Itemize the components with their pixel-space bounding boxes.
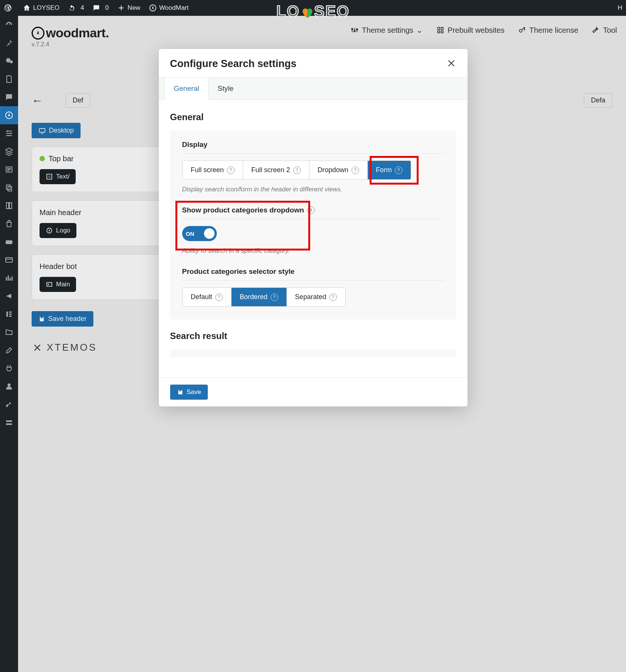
opt-bordered[interactable]: Bordered? [232, 288, 287, 306]
sidebar-media[interactable] [0, 52, 18, 70]
wp-sidebar [0, 16, 18, 672]
sidebar-pages[interactable] [0, 70, 18, 88]
opt-fullscreen[interactable]: Full screen? [183, 161, 243, 179]
help-icon[interactable]: ? [395, 166, 402, 174]
sidebar-layers[interactable] [0, 142, 18, 160]
woodmart-link[interactable]: WoodMart [149, 4, 189, 12]
sidebar-brush[interactable] [0, 341, 18, 359]
sidebar-card[interactable] [0, 251, 18, 269]
loyseo-watermark: LO SEO [276, 2, 350, 20]
sidebar-sliders[interactable] [0, 124, 18, 142]
svg-rect-12 [9, 314, 12, 315]
sidebar-comments[interactable] [0, 88, 18, 106]
sidebar-bag[interactable] [0, 215, 18, 233]
showcat-title: Show product categories dropdown? [182, 206, 444, 214]
display-hint: Display search icon/form in the header i… [182, 186, 444, 193]
sidebar-users[interactable] [0, 377, 18, 396]
help-icon[interactable]: ? [215, 293, 223, 301]
opt-dropdown[interactable]: Dropdown? [309, 161, 368, 179]
svg-point-3 [10, 133, 11, 134]
help-icon[interactable]: ? [293, 166, 301, 174]
sidebar-tools[interactable] [0, 396, 18, 414]
new-link[interactable]: New [117, 4, 140, 12]
sidebar-form[interactable] [0, 160, 18, 179]
opt-form[interactable]: Form? [368, 161, 411, 179]
svg-point-4 [8, 135, 9, 136]
sidebar-woodmart[interactable] [0, 106, 18, 124]
svg-rect-13 [9, 316, 12, 317]
svg-rect-15 [6, 420, 12, 422]
help-icon[interactable]: ? [352, 166, 359, 174]
opt-default[interactable]: Default? [183, 288, 232, 306]
comments-count: 0 [105, 4, 108, 12]
close-icon[interactable] [446, 58, 456, 70]
wp-logo[interactable] [4, 4, 14, 12]
modal-title: Configure Search settings [170, 58, 297, 70]
sidebar-elementor[interactable] [0, 305, 18, 323]
tab-general[interactable]: General [164, 77, 209, 100]
sidebar-book[interactable] [0, 197, 18, 215]
help-icon[interactable]: ? [271, 293, 278, 301]
display-title: Display [182, 141, 444, 149]
woodmart-label: WoodMart [159, 4, 189, 12]
modal-tabs: General Style [159, 77, 468, 100]
heart-icon [300, 5, 313, 18]
sidebar-woo[interactable] [0, 233, 18, 251]
svg-rect-11 [9, 312, 12, 313]
updates-count: 4 [81, 4, 84, 12]
svg-rect-8 [6, 240, 12, 244]
sidebar-settings[interactable] [0, 414, 18, 432]
admin-right-cut: H [618, 4, 622, 12]
home-link[interactable]: LOYSEO [23, 4, 59, 12]
sidebar-stats[interactable] [0, 269, 18, 287]
help-icon[interactable]: ? [307, 206, 315, 214]
tab-style[interactable]: Style [209, 78, 242, 99]
sidebar-copy[interactable] [0, 179, 18, 197]
selstyle-options: Default? Bordered? Separated? [182, 287, 346, 307]
opt-separated[interactable]: Separated? [287, 288, 345, 306]
opt-fullscreen2[interactable]: Full screen 2? [243, 161, 309, 179]
svg-rect-16 [6, 423, 12, 425]
new-label: New [128, 4, 140, 12]
comments-link[interactable]: 0 [92, 4, 108, 12]
selstyle-title: Product categories selector style [182, 267, 444, 276]
display-options: Full screen? Full screen 2? Dropdown? Fo… [182, 160, 411, 180]
section-general-heading: General [170, 112, 456, 122]
sidebar-files[interactable] [0, 323, 18, 341]
showcat-toggle[interactable]: ON [182, 226, 217, 241]
save-button[interactable]: Save [170, 385, 208, 400]
sidebar-pin[interactable] [0, 34, 18, 52]
svg-point-2 [7, 130, 8, 132]
sidebar-plugins[interactable] [0, 359, 18, 377]
section-result-heading: Search result [170, 331, 456, 341]
help-icon[interactable]: ? [329, 293, 337, 301]
updates-link[interactable]: 4 [68, 4, 84, 12]
svg-rect-10 [6, 312, 8, 317]
svg-rect-9 [6, 258, 12, 262]
result-card [170, 350, 456, 357]
general-card: Display Full screen? Full screen 2? Drop… [170, 131, 456, 319]
help-icon[interactable]: ? [227, 166, 235, 174]
site-name: LOYSEO [33, 4, 59, 12]
sidebar-mega[interactable] [0, 287, 18, 305]
showcat-hint: Ability to search in a specific category… [182, 247, 444, 255]
svg-point-14 [8, 383, 11, 386]
configure-search-modal: Configure Search settings General Style … [159, 49, 468, 406]
sidebar-dashboard[interactable] [0, 16, 18, 34]
